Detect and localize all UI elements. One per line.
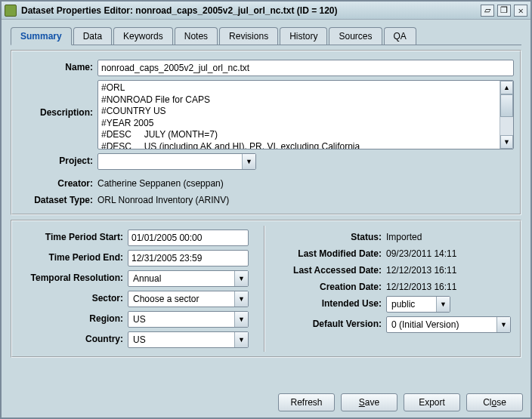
- default-version-select[interactable]: 0 (Initial Version) ▼: [386, 316, 511, 333]
- close-button[interactable]: Close: [466, 393, 523, 411]
- tab-keywords[interactable]: Keywords: [113, 27, 173, 45]
- label-project: Project:: [18, 153, 97, 166]
- chevron-down-icon: ▼: [496, 317, 510, 332]
- tab-sources[interactable]: Sources: [329, 27, 382, 45]
- scroll-thumb[interactable]: [500, 94, 513, 117]
- maximize-icon[interactable]: ▱: [481, 5, 494, 17]
- app-icon: [5, 5, 17, 17]
- description-scrollbar[interactable]: ▲ ▼: [500, 81, 513, 149]
- chevron-down-icon: ▼: [234, 332, 248, 347]
- last-accessed-value: 12/12/2013 16:11: [386, 263, 514, 276]
- panel-bottom: Time Period Start: Time Period End: Temp…: [11, 220, 521, 358]
- label-status: Status:: [273, 230, 386, 242]
- chevron-down-icon: ▼: [242, 154, 255, 169]
- label-dataset-type: Dataset Type:: [18, 193, 97, 205]
- tab-summary[interactable]: Summary: [11, 27, 72, 45]
- label-cd: Creation Date:: [273, 279, 386, 292]
- label-description: Description:: [18, 80, 97, 118]
- window: Dataset Properties Editor: nonroad_caps_…: [0, 0, 532, 419]
- content: Summary Data Keywords Notes Revisions Hi…: [2, 20, 530, 389]
- description-textarea[interactable]: #ORL #NONROAD File for CAPS #COUNTRY US …: [97, 80, 514, 149]
- label-region: Region:: [18, 311, 128, 324]
- creator-value: Catherine Seppanen (cseppan): [97, 176, 514, 189]
- label-defver: Default Version:: [273, 316, 386, 329]
- tabs: Summary Data Keywords Notes Revisions Hi…: [11, 27, 521, 45]
- label-tpend: Time Period End:: [18, 250, 128, 263]
- label-sector: Sector:: [18, 291, 128, 303]
- window-title: Dataset Properties Editor: nonroad_caps_…: [21, 5, 481, 16]
- label-tempres: Temporal Resolution:: [18, 270, 128, 283]
- label-country: Country:: [18, 331, 128, 344]
- sector-select[interactable]: Choose a sector ▼: [128, 291, 249, 307]
- save-button[interactable]: Save: [341, 393, 397, 411]
- button-bar: Refresh Save Export Close: [2, 389, 530, 417]
- time-period-start-input[interactable]: [128, 230, 249, 246]
- chevron-down-icon: ▼: [234, 312, 248, 327]
- label-lmd: Last Modified Date:: [273, 246, 386, 259]
- tab-revisions[interactable]: Revisions: [219, 27, 278, 45]
- project-select[interactable]: ▼: [97, 153, 256, 170]
- intended-use-select[interactable]: public ▼: [386, 296, 450, 313]
- tab-notes[interactable]: Notes: [175, 27, 218, 45]
- label-intended: Intended Use:: [273, 296, 386, 309]
- restore-icon[interactable]: ❐: [497, 5, 511, 17]
- chevron-down-icon: ▼: [234, 291, 248, 307]
- tab-qa[interactable]: QA: [384, 27, 416, 45]
- scroll-down-icon[interactable]: ▼: [500, 135, 513, 149]
- time-period-end-input[interactable]: [128, 250, 249, 266]
- close-icon[interactable]: ⨉: [514, 5, 527, 17]
- dataset-type-value: ORL Nonroad Inventory (ARINV): [97, 193, 514, 205]
- label-lad: Last Accessed Date:: [273, 263, 386, 276]
- label-tpstart: Time Period Start:: [18, 230, 128, 242]
- chevron-down-icon: ▼: [234, 271, 248, 286]
- titlebar[interactable]: Dataset Properties Editor: nonroad_caps_…: [2, 2, 530, 20]
- region-select[interactable]: US ▼: [128, 311, 249, 328]
- last-modified-value: 09/23/2011 14:11: [386, 246, 514, 259]
- label-name: Name:: [18, 60, 97, 72]
- tab-history[interactable]: History: [280, 27, 327, 45]
- scroll-up-icon[interactable]: ▲: [500, 81, 513, 94]
- label-creator: Creator:: [18, 176, 97, 189]
- name-input[interactable]: [97, 60, 514, 76]
- panel-top: Name: Description: #ORL #NONROAD File fo…: [11, 50, 521, 215]
- export-button[interactable]: Export: [404, 393, 460, 411]
- tab-data[interactable]: Data: [73, 27, 112, 45]
- refresh-button[interactable]: Refresh: [278, 393, 335, 411]
- creation-date-value: 12/12/2013 16:11: [386, 279, 514, 292]
- chevron-down-icon: ▼: [436, 297, 450, 312]
- status-value: Imported: [386, 230, 514, 242]
- country-select[interactable]: US ▼: [128, 331, 249, 348]
- temporal-resolution-select[interactable]: Annual ▼: [128, 270, 249, 287]
